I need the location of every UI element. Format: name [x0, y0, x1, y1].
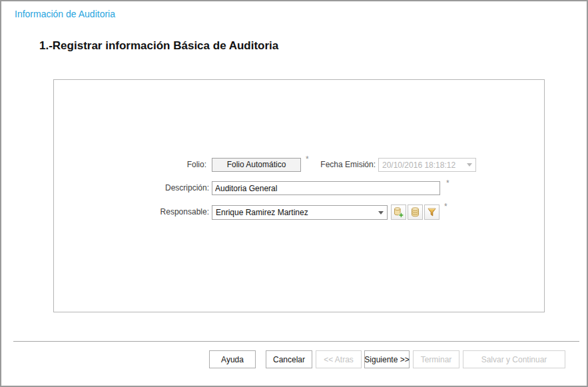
database-icon	[410, 206, 421, 218]
audit-info-window: Información de Auditoria 1.-Registrar in…	[0, 0, 588, 387]
add-record-icon	[393, 206, 404, 218]
page-title: Información de Auditoria	[15, 9, 115, 19]
salvar-continuar-button[interactable]: Salvar y Continuar	[463, 350, 565, 368]
footer-divider	[13, 341, 579, 342]
atras-button[interactable]: << Atras	[316, 350, 362, 368]
responsable-combobox[interactable]: Enrique Ramirez Martinez	[212, 205, 388, 220]
cancelar-button[interactable]: Cancelar	[266, 350, 312, 368]
terminar-button[interactable]: Terminar	[413, 350, 459, 368]
descripcion-label: Descripción:	[141, 181, 209, 195]
responsable-value: Enrique Ramirez Martinez	[216, 208, 308, 217]
chevron-down-icon	[378, 211, 384, 214]
folio-required-mark: *	[306, 155, 309, 164]
add-record-button[interactable]	[391, 204, 406, 220]
fecha-emision-value: 20/10/2016 18:18:12	[382, 161, 455, 170]
fecha-emision-picker[interactable]: 20/10/2016 18:18:12	[378, 158, 476, 172]
ayuda-button[interactable]: Ayuda	[209, 350, 256, 368]
fecha-emision-label: Fecha Emisión:	[309, 158, 376, 172]
folio-field[interactable]: Folio Automático	[212, 158, 301, 172]
form-panel	[53, 79, 545, 312]
responsable-required-mark: *	[444, 202, 447, 211]
responsable-label: Responsable:	[141, 205, 209, 219]
dropdown-arrow-icon	[467, 163, 472, 167]
descripcion-input[interactable]	[212, 181, 440, 195]
filter-button[interactable]	[424, 204, 440, 220]
database-lookup-button[interactable]	[408, 204, 423, 220]
folio-label: Folio:	[153, 158, 206, 172]
descripcion-required-mark: *	[446, 179, 449, 188]
section-heading: 1.-Registrar información Básica de Audit…	[39, 39, 278, 53]
filter-icon	[426, 206, 438, 218]
siguiente-button[interactable]: Siguiente >>	[364, 350, 410, 368]
